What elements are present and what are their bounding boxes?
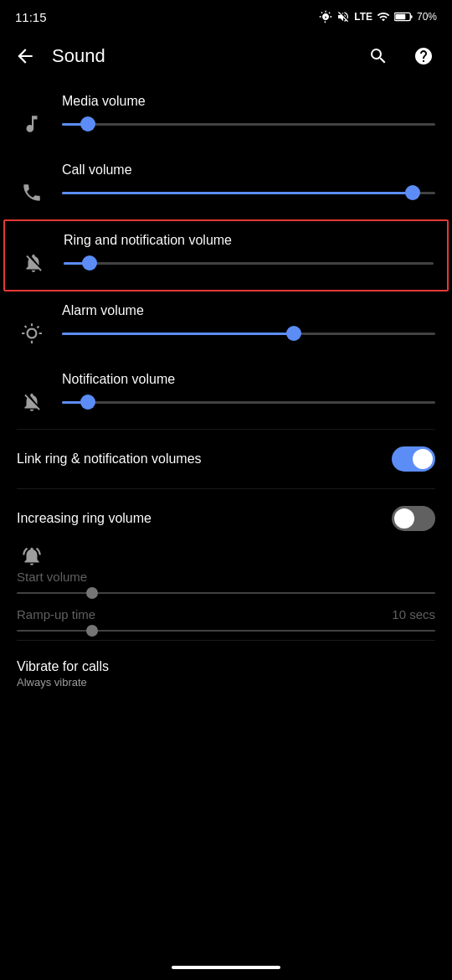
notification-volume-slider[interactable] bbox=[62, 394, 435, 410]
alarm-slider-fill bbox=[62, 333, 294, 335]
ring-volume-label: Ring and notification volume bbox=[64, 233, 434, 248]
notification-volume-content: Notification volume bbox=[62, 372, 435, 410]
ramp-up-thumb[interactable] bbox=[86, 625, 98, 637]
phone-icon bbox=[21, 182, 43, 204]
alarm-volume-label: Alarm volume bbox=[62, 303, 435, 318]
start-volume-slider[interactable] bbox=[17, 592, 435, 594]
notification-volume-icon-area bbox=[17, 387, 47, 417]
start-volume-thumb[interactable] bbox=[86, 587, 98, 599]
search-button[interactable] bbox=[360, 38, 397, 75]
media-volume-content: Media volume bbox=[62, 94, 435, 132]
bell-off-icon bbox=[23, 252, 44, 274]
alarm-volume-content: Alarm volume bbox=[62, 303, 435, 342]
svg-rect-1 bbox=[395, 14, 405, 19]
bottom-bar bbox=[0, 955, 452, 980]
start-volume-label: Start volume bbox=[17, 570, 435, 584]
help-button[interactable] bbox=[405, 38, 442, 75]
help-icon bbox=[413, 46, 434, 66]
ramp-up-value: 10 secs bbox=[392, 607, 435, 622]
ramp-up-label: Ramp-up time bbox=[17, 607, 95, 622]
vibrate-for-calls-title: Vibrate for calls bbox=[17, 659, 435, 674]
link-ring-label: Link ring & notification volumes bbox=[17, 451, 202, 466]
alarm-slider-thumb[interactable] bbox=[286, 326, 301, 341]
call-volume-icon-area bbox=[17, 178, 47, 208]
alarm-volume-slider[interactable] bbox=[62, 325, 435, 342]
ring-slider-thumb[interactable] bbox=[82, 255, 97, 271]
notification-bell-off-icon bbox=[21, 391, 43, 413]
back-arrow-icon bbox=[14, 45, 36, 67]
ring-volume-icon-area bbox=[18, 248, 49, 278]
alarm-volume-row: Alarm volume bbox=[0, 291, 452, 360]
link-ring-toggle[interactable] bbox=[392, 446, 435, 472]
ramp-up-slider[interactable] bbox=[17, 630, 435, 632]
sub-settings-area: Start volume Ramp-up time 10 secs bbox=[0, 548, 452, 640]
status-bar: 11:15 LTE 70% bbox=[0, 0, 452, 30]
ring-volume-content: Ring and notification volume bbox=[64, 233, 434, 271]
ring-volume-slider[interactable] bbox=[64, 255, 434, 271]
alarm-clock-icon bbox=[21, 322, 43, 344]
call-volume-row: Call volume bbox=[0, 151, 452, 219]
notification-volume-label: Notification volume bbox=[62, 372, 435, 387]
call-volume-label: Call volume bbox=[62, 162, 435, 178]
media-volume-icon-area bbox=[17, 109, 47, 139]
link-ring-knob bbox=[413, 449, 433, 469]
increasing-ring-knob bbox=[394, 508, 414, 529]
media-volume-slider[interactable] bbox=[62, 116, 435, 132]
search-icon bbox=[368, 46, 388, 66]
ring-slider-track bbox=[64, 262, 434, 265]
status-icons: LTE 70% bbox=[319, 10, 437, 23]
status-time: 11:15 bbox=[15, 10, 47, 24]
top-bar: Sound bbox=[0, 30, 452, 82]
notification-slider-track bbox=[62, 401, 435, 404]
call-volume-content: Call volume bbox=[62, 162, 435, 201]
alarm-volume-icon-area bbox=[17, 318, 47, 348]
ramp-up-row: Ramp-up time 10 secs bbox=[17, 607, 435, 622]
page-title: Sound bbox=[52, 45, 352, 67]
home-indicator[interactable] bbox=[172, 966, 280, 969]
ring-notification-volume-row: Ring and notification volume bbox=[3, 219, 449, 291]
notification-volume-row: Notification volume bbox=[0, 360, 452, 429]
svg-rect-2 bbox=[411, 15, 413, 18]
vibrate-for-calls-subtitle: Always vibrate bbox=[17, 676, 435, 689]
battery-percent: 70% bbox=[417, 11, 437, 23]
mute-status-icon bbox=[336, 10, 350, 23]
link-ring-notification-row: Link ring & notification volumes bbox=[0, 430, 452, 488]
increasing-ring-label-area: Increasing ring volume bbox=[17, 510, 377, 528]
call-volume-slider[interactable] bbox=[62, 184, 435, 201]
increasing-ring-label: Increasing ring volume bbox=[17, 511, 152, 525]
increasing-ring-row: Increasing ring volume bbox=[0, 489, 452, 548]
back-button[interactable] bbox=[7, 38, 44, 75]
signal-icon bbox=[377, 10, 390, 23]
start-volume-icon-area bbox=[17, 548, 47, 565]
notification-slider-thumb[interactable] bbox=[80, 395, 95, 410]
vibrate-for-calls-row[interactable]: Vibrate for calls Always vibrate bbox=[0, 641, 452, 695]
lte-indicator: LTE bbox=[354, 11, 372, 23]
music-note-icon bbox=[21, 113, 43, 135]
media-slider-thumb[interactable] bbox=[80, 116, 95, 132]
content-area: Media volume Call volume bbox=[0, 82, 452, 729]
increasing-ring-toggle[interactable] bbox=[392, 506, 435, 531]
call-slider-thumb[interactable] bbox=[405, 185, 420, 200]
link-ring-label-area: Link ring & notification volumes bbox=[17, 451, 377, 468]
media-volume-label: Media volume bbox=[62, 94, 435, 109]
call-slider-fill bbox=[62, 192, 413, 194]
media-slider-track bbox=[62, 123, 435, 126]
media-volume-row: Media volume bbox=[0, 82, 452, 151]
alarm-status-icon bbox=[319, 10, 332, 23]
bell-muted-icon bbox=[21, 545, 43, 567]
battery-icon bbox=[394, 11, 413, 23]
